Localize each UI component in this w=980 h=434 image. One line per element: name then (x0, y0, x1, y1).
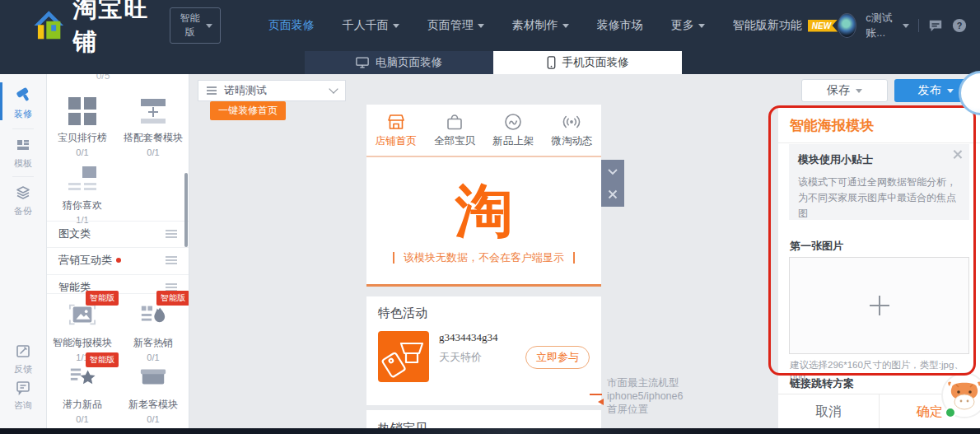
module-row: 宝贝排行榜 0/1 搭配套餐模块 0/1 (47, 91, 189, 157)
rail-item-template[interactable]: 模板 (0, 137, 46, 170)
one-click-decorate-tag[interactable]: 一键装修首页 (210, 101, 286, 120)
selected-smart-poster-module[interactable]: 淘 该模块无数据，不会在客户端显示 (366, 156, 601, 287)
star-icon (68, 364, 96, 389)
module-name: 智能海报模块 (47, 336, 118, 350)
drag-handle-icon[interactable] (166, 287, 177, 288)
store-tab-home[interactable]: 店铺首页 (366, 105, 425, 156)
module-name: 搭配套餐模块 (118, 131, 189, 145)
close-icon[interactable] (953, 149, 963, 159)
fold-note-line: 首屏位置 (607, 403, 683, 416)
nav-item-page-decorate[interactable]: 页面装修 (268, 18, 315, 33)
message-icon[interactable] (928, 17, 943, 34)
activity-item[interactable]: g3434434g34 天天特价 立即参与 (378, 331, 590, 382)
nav-item-page-manage[interactable]: 页面管理 (427, 18, 484, 33)
image-upload-area[interactable] (789, 257, 969, 354)
section-image-text[interactable]: 图文类 (47, 221, 189, 246)
store-tab-label: 新品上架 (492, 135, 534, 147)
drag-handle-icon[interactable] (166, 259, 177, 261)
nav-item-material[interactable]: 素材制作 (512, 18, 569, 33)
rail-label: 模板 (0, 157, 46, 170)
flame-icon (139, 302, 167, 327)
rail-item-feedback[interactable]: 反馈 (0, 343, 46, 376)
nav-label: 素材制作 (512, 18, 558, 33)
module-name: 新老客模块 (118, 398, 189, 412)
section-label: 营销互动类 (58, 253, 112, 268)
box-icon (139, 364, 167, 389)
nav-item-more[interactable]: 更多 (671, 18, 705, 33)
broadcast-icon (561, 112, 582, 132)
rail-label: 咨询 (0, 399, 46, 412)
device-tab-bar: 电脑页面装修 手机页面装修 (305, 51, 682, 74)
save-label: 保存 (827, 83, 850, 98)
taobao-logo-char: 淘 (366, 182, 601, 240)
module-row: 智能版 潜力新品 0/1 新老客模块 0/1 (47, 357, 189, 424)
page-selector-value: 诺晴测试 (224, 83, 267, 98)
cancel-button[interactable]: 取消 (778, 394, 880, 429)
section-marketing[interactable]: 营销互动类 (47, 247, 189, 273)
activity-title: g3434434g34 (439, 331, 525, 344)
activity-subtitle: 天天特价 (439, 350, 525, 365)
image-icon (68, 302, 96, 327)
shop-icon (385, 112, 407, 132)
version-label: 智能版 (178, 12, 201, 40)
svg-text:?: ? (957, 21, 963, 30)
scrollbar-thumb[interactable] (184, 173, 188, 247)
brand[interactable]: 淘宝旺铺 (33, 0, 158, 58)
rail-item-backup[interactable]: 备份 (0, 184, 46, 217)
rail-item-decorate[interactable]: 装修 (0, 86, 46, 120)
avatar[interactable] (838, 13, 856, 38)
user-menu[interactable]: c测试账... (866, 11, 909, 40)
feature-activity-module[interactable]: 特色活动 g3434434g34 天天特价 立即参与 (366, 296, 601, 405)
module-count: 0/1 (47, 147, 118, 157)
template-icon (15, 137, 31, 153)
drag-handle-icon[interactable] (166, 233, 177, 235)
module-item-combo[interactable]: 搭配套餐模块 0/1 (118, 91, 189, 157)
bag-icon (444, 112, 465, 132)
list-icon (207, 90, 217, 91)
smart-version-badge: 智能版 (156, 291, 189, 306)
module-name: 猜你喜欢 (47, 198, 118, 212)
nav-item-qianrenqianmian[interactable]: 千人千面 (343, 18, 399, 33)
first-image-label: 第一张图片 (790, 239, 843, 254)
join-now-button[interactable]: 立即参与 (525, 346, 590, 369)
rail-item-consult[interactable]: 咨询 (0, 379, 46, 412)
module-item-new-old-customer[interactable]: 新老客模块 0/1 (118, 357, 189, 424)
top-navbar: 淘宝旺铺 智能版 页面装修 千人千面 页面管理 素材制作 装修市场 更多 智能版… (0, 0, 980, 74)
chevron-down-icon (947, 89, 954, 93)
chevron-down-icon (478, 24, 484, 28)
page-selector-dropdown[interactable]: 诺晴测试 (198, 80, 346, 101)
nav-item-smart-new-features[interactable]: 智能版新功能NEW (733, 18, 838, 33)
module-item-new-customer-hot[interactable]: 智能版 新客热销 0/1 (118, 296, 189, 362)
module-item-guess-you-like[interactable]: 猜你喜欢 1/1 (47, 158, 118, 225)
module-item-ranking[interactable]: 宝贝排行榜 0/1 (47, 91, 118, 157)
online-badge (945, 407, 956, 418)
nav-item-market[interactable]: 装修市场 (597, 18, 643, 33)
tab-mobile-decorate[interactable]: 手机页面装修 (493, 51, 682, 74)
help-icon[interactable]: ? (952, 17, 967, 34)
store-tab-label: 微淘动态 (551, 135, 592, 147)
section-label: 图文类 (58, 226, 91, 241)
module-name: 宝贝排行榜 (47, 131, 118, 145)
module-count: 0/1 (118, 147, 189, 157)
module-cell-empty (118, 158, 189, 225)
nav-label: 更多 (671, 18, 694, 33)
left-rail: 装修 模板 备份 反馈 咨询 (0, 74, 47, 434)
store-tab-new-arrivals[interactable]: 新品上架 (484, 105, 543, 156)
divider (12, 176, 34, 177)
move-down-button[interactable] (601, 160, 624, 183)
module-item-potential-new[interactable]: 智能版 潜力新品 0/1 (47, 357, 118, 424)
tab-pc-decorate[interactable]: 电脑页面装修 (305, 51, 493, 74)
version-dropdown[interactable]: 智能版 (170, 7, 220, 44)
delete-module-button[interactable] (601, 183, 624, 206)
save-button[interactable]: 保存 (801, 79, 888, 102)
store-tab-all-items[interactable]: 全部宝贝 (425, 105, 483, 156)
store-tab-weitao[interactable]: 微淘动态 (543, 105, 601, 156)
first-screen-note: 市面最主流机型 iphone5/iphone6 首屏位置 (607, 376, 683, 416)
mascot-helper[interactable] (941, 372, 980, 418)
plus-icon (870, 296, 889, 315)
usage-tip-box: 模块使用小贴士 该模式下可通过全网数据智能分析，为不同买家展示图库中最适合的焦点… (789, 144, 969, 220)
tab-label: 电脑页面装修 (376, 55, 442, 70)
fold-arrow-icon (598, 399, 604, 405)
module-count-clipped: 0/5 (68, 74, 138, 82)
divider (573, 252, 575, 264)
